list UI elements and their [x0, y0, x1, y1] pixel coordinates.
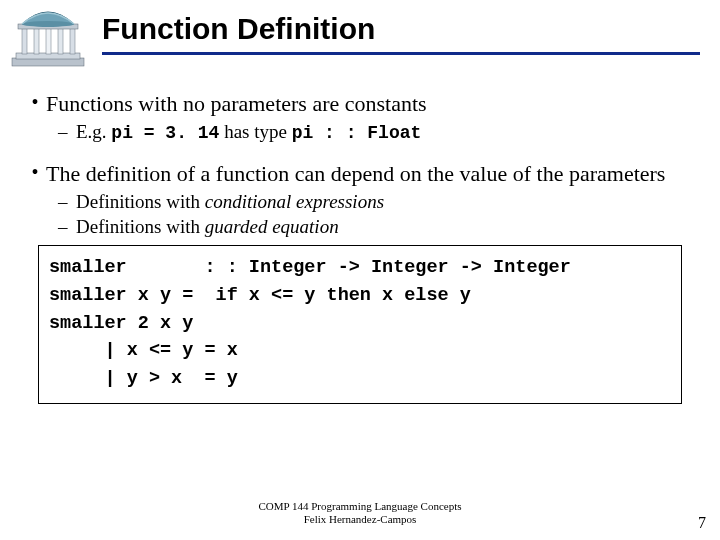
svg-rect-5 — [58, 28, 63, 54]
bullet-level2: – Definitions with conditional expressio… — [58, 190, 696, 214]
unc-old-well-icon — [8, 6, 88, 68]
footer-line1: COMP 144 Programming Language Concepts — [0, 500, 720, 513]
bullet-text: Functions with no parameters are constan… — [46, 90, 427, 118]
code-block: smaller : : Integer -> Integer -> Intege… — [38, 245, 682, 404]
slide-body: • Functions with no parameters are const… — [0, 68, 720, 404]
bullet-dash-icon: – — [58, 190, 76, 214]
svg-rect-2 — [22, 28, 27, 54]
bullet-dash-icon: – — [58, 215, 76, 239]
slide-title: Function Definition — [102, 12, 700, 46]
bullet-text: Definitions with guarded equation — [76, 215, 339, 239]
svg-point-8 — [22, 21, 74, 27]
code-line: smaller 2 x y — [49, 310, 671, 338]
code-line: | x <= y = x — [49, 337, 671, 365]
slide-header: Function Definition — [0, 0, 720, 68]
bullet-level1: • The definition of a function can depen… — [24, 160, 696, 188]
code-line: smaller x y = if x <= y then x else y — [49, 282, 671, 310]
em-run: conditional expressions — [205, 191, 384, 212]
bullet-dot-icon: • — [24, 90, 46, 118]
em-run: guarded equation — [205, 216, 339, 237]
text-run: Definitions with — [76, 191, 205, 212]
page-number: 7 — [698, 514, 706, 532]
svg-rect-4 — [46, 28, 51, 54]
code-line: smaller : : Integer -> Integer -> Intege… — [49, 254, 671, 282]
bullet-level2: – E.g. pi = 3. 14 has type pi : : Float — [58, 120, 696, 145]
svg-rect-3 — [34, 28, 39, 54]
code-run: pi : : Float — [292, 123, 422, 143]
title-underline — [102, 52, 700, 55]
bullet-text: Definitions with conditional expressions — [76, 190, 384, 214]
bullet-text: The definition of a function can depend … — [46, 160, 665, 188]
text-run: has type — [219, 121, 291, 142]
slide-footer: COMP 144 Programming Language Concepts F… — [0, 500, 720, 526]
code-line: | y > x = y — [49, 365, 671, 393]
svg-rect-6 — [70, 28, 75, 54]
code-run: pi = 3. 14 — [111, 123, 219, 143]
footer-line2: Felix Hernandez-Campos — [0, 513, 720, 526]
bullet-text: E.g. pi = 3. 14 has type pi : : Float — [76, 120, 421, 145]
bullet-dash-icon: – — [58, 120, 76, 145]
bullet-level2: – Definitions with guarded equation — [58, 215, 696, 239]
title-block: Function Definition — [102, 6, 720, 55]
bullet-level1: • Functions with no parameters are const… — [24, 90, 696, 118]
text-run: Definitions with — [76, 216, 205, 237]
text-run: E.g. — [76, 121, 111, 142]
bullet-dot-icon: • — [24, 160, 46, 188]
